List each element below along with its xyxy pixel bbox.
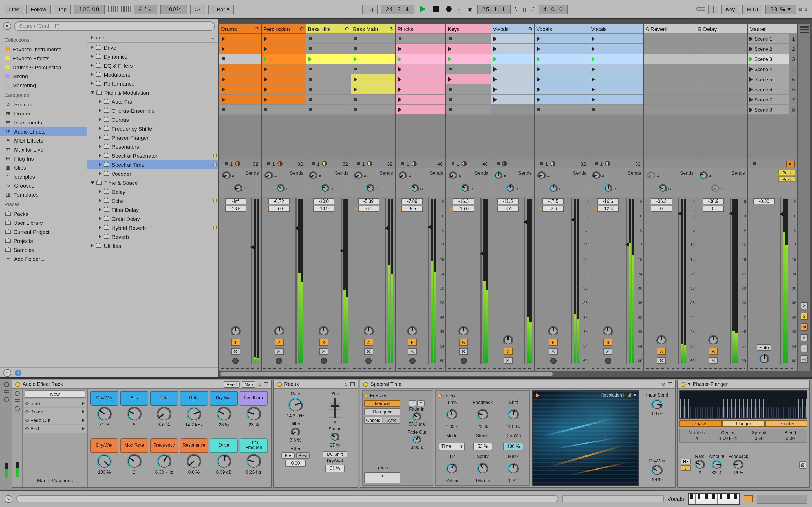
filter-frequency-field[interactable]: 0.00 <box>285 460 306 467</box>
mixer-section-toggle-5[interactable]: × <box>801 345 808 352</box>
volume-display[interactable]: -0.30 <box>753 198 775 205</box>
clip-play-icon[interactable] <box>537 36 540 41</box>
clip-slot[interactable] <box>644 34 696 43</box>
volume-display[interactable]: -13.5 <box>225 206 246 212</box>
scene-number[interactable]: 6 <box>789 84 797 94</box>
scene-launch-icon[interactable] <box>749 67 753 71</box>
search-input[interactable] <box>14 21 215 31</box>
clip-play-icon[interactable] <box>221 87 225 92</box>
stop-all-track-clips-button[interactable] <box>402 162 404 165</box>
volume-display[interactable]: -16.0 <box>453 206 474 212</box>
arm-button[interactable] <box>460 358 467 364</box>
track-activator-button[interactable]: 6 <box>459 339 468 346</box>
midi-map-button[interactable]: MIDI <box>742 4 763 14</box>
volume-display[interactable]: -2.6 <box>543 206 564 212</box>
phaser-visualization[interactable] <box>679 390 808 418</box>
chain-fade-out[interactable]: Fade Out <box>24 416 86 424</box>
clip-slot[interactable] <box>446 64 491 74</box>
track-header[interactable]: Bass Hits⊙ <box>306 24 351 34</box>
arm-button[interactable] <box>409 358 415 364</box>
rand-button[interactable]: Rand <box>224 381 240 387</box>
clip-slot[interactable] <box>535 34 589 43</box>
track-fold-icon[interactable]: ⊙ <box>345 26 349 32</box>
clip-slot[interactable] <box>351 74 395 84</box>
clip-stop-button[interactable] <box>264 108 267 111</box>
volume-display[interactable]: -3.4 <box>497 206 518 212</box>
tab-phaser[interactable]: Phaser <box>679 420 722 427</box>
peak-level-display[interactable]: -38.9 <box>703 198 724 205</box>
clip-slot[interactable] <box>396 64 446 74</box>
clip-play-icon[interactable] <box>493 77 497 81</box>
loop-start-field[interactable]: 25. 1. 1 <box>477 4 511 14</box>
clip-slot[interactable] <box>535 105 589 114</box>
scene-launch-icon[interactable] <box>749 107 753 112</box>
tree-item-phaser-flanger[interactable]: Phaser-Flanger <box>87 133 218 142</box>
scene-launch-icon[interactable] <box>749 87 753 92</box>
device-activator-icon[interactable] <box>4 382 9 387</box>
disclosure-icon[interactable] <box>99 118 101 121</box>
notches-value[interactable]: 4 <box>681 436 712 441</box>
shape-knob[interactable] <box>331 433 340 442</box>
clip-slot[interactable] <box>589 34 644 43</box>
clip-stop-button[interactable] <box>309 47 312 50</box>
disclosure-icon[interactable] <box>99 109 101 112</box>
sidebar-item-mastering[interactable]: Mastering <box>0 80 87 90</box>
send-a-knob[interactable] <box>399 171 407 180</box>
feedback-knob[interactable] <box>733 460 743 470</box>
chain-list-icon[interactable] <box>4 390 9 394</box>
clip-slot[interactable] <box>535 54 589 64</box>
clip-stop-button[interactable] <box>449 88 452 91</box>
device-title[interactable]: Audio Effect Rack <box>22 381 63 387</box>
clip-slot[interactable] <box>219 64 261 74</box>
save-preset-icon[interactable] <box>264 382 268 386</box>
macro-value[interactable]: 31 % <box>99 422 109 428</box>
retrigger-up-button[interactable]: ^ <box>417 400 424 406</box>
clip-playing-icon[interactable] <box>354 57 357 61</box>
tree-item-spectral-time[interactable]: Spectral Time <box>87 160 218 169</box>
device-on-button[interactable] <box>277 382 282 387</box>
new-chain-button[interactable]: New <box>25 390 85 398</box>
browser-section-places[interactable]: Places <box>0 199 87 209</box>
sidebar-item-drums[interactable]: ▦Drums <box>0 109 87 118</box>
send-b-knob[interactable] <box>711 184 719 193</box>
clip-stop-button[interactable] <box>354 47 357 50</box>
volume-fader[interactable] <box>728 198 732 364</box>
macro-value[interactable]: 23 % <box>249 422 259 428</box>
tree-item-filter-delay[interactable]: Filter Delay <box>87 205 218 214</box>
send-b-knob[interactable] <box>549 184 558 193</box>
chain-intro[interactable]: Intro <box>24 399 86 407</box>
clip-slot[interactable] <box>396 54 446 64</box>
mixer-section-toggle-3[interactable]: M <box>801 323 808 331</box>
solo-button[interactable]: S <box>549 348 558 355</box>
send-a-knob[interactable] <box>264 171 273 180</box>
session-horizontal-scrollbar[interactable] <box>219 371 812 378</box>
track-header[interactable]: Drums⊙ <box>219 24 261 34</box>
clip-play-icon[interactable] <box>221 77 225 81</box>
macro-value[interactable]: 6.30 kHz <box>155 470 173 475</box>
volume-fader[interactable] <box>778 198 783 364</box>
clip-stop-button[interactable] <box>449 37 452 40</box>
clip-play-icon[interactable] <box>398 67 402 71</box>
metronome-icon[interactable] <box>108 6 118 12</box>
disclosure-icon[interactable] <box>99 190 101 193</box>
quantization-menu[interactable]: 1 Bar ▾ <box>208 4 234 14</box>
stop-button[interactable] <box>433 6 439 12</box>
clip-slot[interactable] <box>396 34 446 43</box>
clip-slot[interactable] <box>589 95 644 104</box>
tree-item-echo[interactable]: Echo <box>87 196 218 205</box>
clip-play-icon[interactable] <box>398 77 402 81</box>
clip-slot[interactable] <box>306 74 351 84</box>
info-icon[interactable]: ? <box>15 369 21 376</box>
tree-item-spectral-resonator[interactable]: Spectral Resonator <box>87 151 218 160</box>
track-header[interactable]: Percussion⊙ <box>262 24 306 34</box>
macro-label[interactable]: Jitter <box>150 391 178 406</box>
clip-slot[interactable] <box>446 105 491 114</box>
clip-slot[interactable] <box>644 95 696 104</box>
send-b-knob[interactable] <box>366 184 374 193</box>
arm-button[interactable] <box>276 358 282 364</box>
tree-header[interactable]: Name ▲ <box>87 33 218 43</box>
volume-fader[interactable] <box>479 198 483 364</box>
arrangement-position[interactable]: 24. 3. 4 <box>380 4 414 14</box>
clip-play-icon[interactable] <box>398 47 402 51</box>
cue-volume-knob[interactable] <box>759 354 769 364</box>
